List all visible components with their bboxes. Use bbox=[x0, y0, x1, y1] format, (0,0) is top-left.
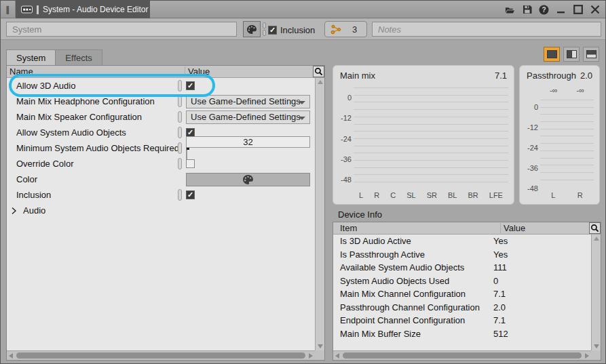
color-picker-button[interactable] bbox=[186, 173, 310, 186]
meter-scale-label: -12 bbox=[521, 123, 538, 132]
slider-knob[interactable] bbox=[187, 148, 189, 150]
svg-text:?: ? bbox=[542, 6, 546, 14]
expand-chevron-icon[interactable] bbox=[10, 207, 18, 215]
device-info-vertical-scrollbar[interactable] bbox=[591, 235, 601, 350]
open-icon[interactable] bbox=[505, 5, 515, 15]
search-icon bbox=[314, 67, 323, 76]
row-splitter-grip[interactable] bbox=[178, 111, 182, 123]
notes-field[interactable] bbox=[372, 22, 601, 37]
name-column-header[interactable]: Name bbox=[7, 66, 185, 77]
save-icon[interactable] bbox=[522, 5, 532, 15]
close-icon[interactable] bbox=[590, 5, 600, 15]
layout-buttons bbox=[544, 47, 599, 62]
passthrough-peaks: -∞-∞ bbox=[540, 86, 594, 94]
toolbar: Inclusion 3 bbox=[1, 19, 605, 40]
allow-3d-audio-checkbox[interactable] bbox=[186, 81, 195, 90]
device-info-row[interactable]: Available System Audio Objects 111 bbox=[333, 261, 591, 275]
audio-device-icon bbox=[21, 5, 33, 14]
inclusion-checkbox[interactable] bbox=[268, 26, 277, 35]
palette-icon bbox=[242, 174, 254, 185]
channel-label: L bbox=[551, 191, 555, 199]
row-splitter-grip[interactable] bbox=[178, 158, 182, 169]
property-search-button[interactable] bbox=[313, 66, 324, 77]
override-color-checkbox[interactable] bbox=[186, 159, 195, 168]
tab-effects[interactable]: Effects bbox=[56, 49, 102, 65]
share-icon bbox=[330, 24, 341, 35]
property-row-inclusion[interactable]: Inclusion bbox=[7, 187, 315, 203]
meter-scale-label: -48 bbox=[521, 184, 538, 193]
toolbar-grip[interactable] bbox=[263, 22, 267, 37]
titlebar: ∥ System - Audio Device Editor ? bbox=[1, 1, 605, 18]
property-group-audio[interactable]: Audio bbox=[7, 203, 315, 218]
channel-label: BR bbox=[468, 191, 478, 199]
channel-label: SR bbox=[427, 191, 437, 199]
property-vertical-scrollbar[interactable] bbox=[315, 78, 324, 350]
help-icon[interactable]: ? bbox=[539, 5, 549, 15]
chevron-down-icon bbox=[299, 101, 305, 104]
property-row-allow-3d-audio[interactable]: Allow 3D Audio bbox=[7, 78, 315, 94]
passthrough-title: Passthrough bbox=[527, 70, 576, 81]
tab-system[interactable]: System bbox=[6, 49, 56, 65]
channel-label: LFE bbox=[489, 191, 503, 199]
channel-label: R bbox=[577, 191, 583, 199]
row-splitter-grip[interactable] bbox=[178, 142, 182, 154]
item-column-header[interactable]: Item bbox=[333, 223, 500, 233]
min-system-audio-objects-input[interactable] bbox=[186, 136, 310, 148]
row-splitter-grip[interactable] bbox=[178, 96, 182, 107]
property-row-min-system-audio-objects[interactable]: Minimum System Audio Objects Required bbox=[7, 140, 315, 156]
main-mix-scale: 0-12-24-36-48 bbox=[335, 94, 352, 184]
headphone-config-dropdown[interactable]: Use Game-Defined Settings bbox=[186, 95, 310, 108]
peak-value: -∞ bbox=[550, 86, 558, 94]
device-info-row[interactable]: System Audio Objects Used 0 bbox=[333, 275, 591, 288]
inclusion-property-checkbox[interactable] bbox=[186, 190, 195, 199]
min-system-audio-objects-slider[interactable] bbox=[186, 148, 187, 160]
meter-scale-label: -24 bbox=[521, 144, 538, 152]
main-mix-title: Main mix bbox=[340, 70, 375, 81]
peak-value: -∞ bbox=[576, 86, 584, 94]
device-info-table: Item Value Is 3D Audio Active Yes Is Pas… bbox=[333, 222, 601, 361]
property-row-headphone-config[interactable]: Main Mix Headphone Configuration Use Gam… bbox=[7, 94, 315, 109]
object-name-field[interactable] bbox=[6, 22, 237, 37]
main-mix-meter-area bbox=[354, 87, 508, 186]
row-splitter-grip[interactable] bbox=[178, 127, 182, 138]
audio-device-editor-window: ∥ System - Audio Device Editor ? bbox=[0, 0, 606, 364]
meter-scale-label: 0 bbox=[335, 94, 352, 102]
device-info-row[interactable]: Passthrough Channel Configuration 2.0 bbox=[333, 301, 591, 315]
property-row-speaker-config[interactable]: Main Mix Speaker Configuration Use Game-… bbox=[7, 109, 315, 125]
inclusion-label: Inclusion bbox=[280, 25, 315, 35]
meter-scale-label: -12 bbox=[335, 114, 352, 122]
device-info-row[interactable]: Endpoint Channel Configuration 7.1 bbox=[333, 314, 591, 327]
layout-single-button[interactable] bbox=[544, 47, 560, 62]
device-info-row[interactable]: Is Passthrough Active Yes bbox=[333, 248, 591, 262]
device-info-search-button[interactable] bbox=[589, 222, 601, 234]
chevron-down-icon bbox=[299, 117, 305, 120]
device-info-row[interactable]: Main Mix Channel Configuration 7.1 bbox=[333, 287, 591, 301]
passthrough-meter: Passthrough 2.0 -∞-∞ 0-12-24-36-48 LR bbox=[519, 65, 600, 205]
device-info-row[interactable]: Main Mix Buffer Size 512 bbox=[333, 327, 591, 341]
channel-label: L bbox=[359, 191, 363, 199]
device-info-header: Item Value bbox=[333, 222, 601, 235]
channel-label: BL bbox=[448, 191, 457, 199]
channel-label: C bbox=[390, 191, 396, 199]
passthrough-scale: 0-12-24-36-48 bbox=[521, 103, 538, 193]
passthrough-channels: LR bbox=[540, 191, 594, 199]
row-splitter-grip[interactable] bbox=[178, 189, 182, 201]
dock-handle[interactable]: ∥ bbox=[1, 1, 16, 18]
view-title-tab[interactable]: System - Audio Device Editor bbox=[16, 1, 150, 18]
minimize-icon[interactable] bbox=[556, 5, 566, 15]
speaker-config-dropdown[interactable]: Use Game-Defined Settings bbox=[186, 110, 310, 124]
device-info-horizontal-scrollbar[interactable] bbox=[333, 350, 591, 360]
references-button[interactable]: 3 bbox=[324, 21, 367, 37]
device-info-row[interactable]: Is 3D Audio Active Yes bbox=[333, 235, 591, 248]
property-row-color[interactable]: Color bbox=[7, 171, 315, 187]
device-info-rows: Is 3D Audio Active Yes Is Passthrough Ac… bbox=[333, 235, 591, 350]
layout-split-vertical-button[interactable] bbox=[563, 47, 580, 62]
maximize-icon[interactable] bbox=[573, 5, 583, 15]
meter-scale-label: -24 bbox=[335, 135, 352, 143]
color-palette-button[interactable] bbox=[243, 21, 261, 37]
layout-split-horizontal-button[interactable] bbox=[583, 47, 599, 62]
value-column-header[interactable]: Value bbox=[500, 223, 601, 233]
row-splitter-grip[interactable] bbox=[178, 80, 182, 92]
property-horizontal-scrollbar[interactable] bbox=[7, 350, 315, 360]
value-column-header[interactable]: Value bbox=[185, 66, 324, 77]
